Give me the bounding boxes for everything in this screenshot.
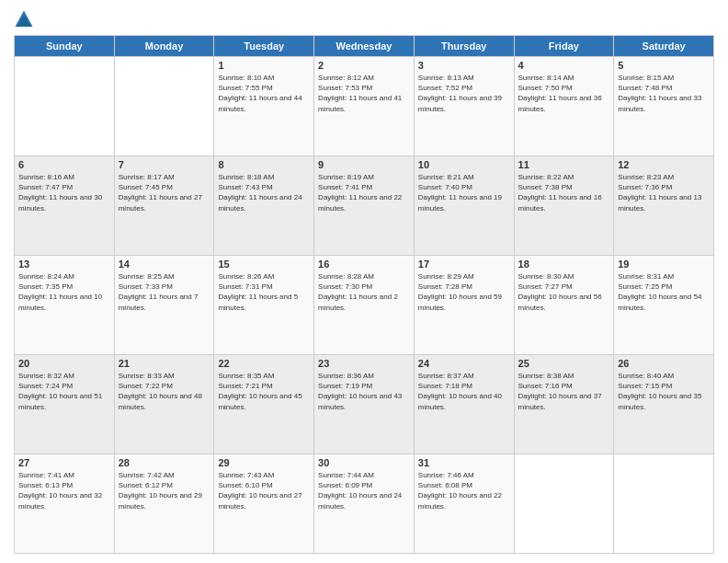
calendar-cell [114, 57, 214, 156]
day-info: Sunrise: 8:25 AM Sunset: 7:33 PM Dayligh… [119, 271, 210, 313]
calendar-cell: 16Sunrise: 8:28 AM Sunset: 7:30 PM Dayli… [314, 256, 415, 355]
calendar-cell [514, 454, 614, 554]
calendar-cell [15, 57, 115, 156]
day-number: 2 [318, 60, 410, 71]
day-info: Sunrise: 8:29 AM Sunset: 7:28 PM Dayligh… [418, 271, 510, 313]
day-info: Sunrise: 8:18 AM Sunset: 7:43 PM Dayligh… [218, 172, 310, 213]
day-info: Sunrise: 8:23 AM Sunset: 7:36 PM Dayligh… [618, 172, 710, 213]
calendar: SundayMondayTuesdayWednesdayThursdayFrid… [14, 35, 714, 554]
day-number: 14 [119, 259, 210, 270]
calendar-cell: 18Sunrise: 8:30 AM Sunset: 7:27 PM Dayli… [514, 256, 614, 355]
day-number: 29 [218, 457, 310, 468]
weekday-header-saturday: Saturday [614, 36, 714, 57]
logo [14, 9, 38, 29]
day-number: 24 [418, 358, 510, 369]
page: SundayMondayTuesdayWednesdayThursdayFrid… [0, 0, 728, 563]
day-number: 6 [18, 159, 110, 170]
calendar-cell: 2Sunrise: 8:12 AM Sunset: 7:53 PM Daylig… [314, 57, 415, 156]
day-info: Sunrise: 8:14 AM Sunset: 7:50 PM Dayligh… [518, 73, 610, 114]
logo-icon [14, 9, 34, 29]
day-info: Sunrise: 8:16 AM Sunset: 7:47 PM Dayligh… [18, 172, 110, 213]
weekday-header-wednesday: Wednesday [314, 36, 415, 57]
day-number: 5 [618, 60, 710, 71]
calendar-cell: 5Sunrise: 8:15 AM Sunset: 7:48 PM Daylig… [614, 57, 714, 156]
day-info: Sunrise: 8:24 AM Sunset: 7:35 PM Dayligh… [18, 271, 110, 313]
day-number: 16 [318, 259, 410, 270]
calendar-cell: 12Sunrise: 8:23 AM Sunset: 7:36 PM Dayli… [614, 156, 714, 256]
calendar-cell: 21Sunrise: 8:33 AM Sunset: 7:22 PM Dayli… [114, 355, 214, 454]
day-info: Sunrise: 8:15 AM Sunset: 7:48 PM Dayligh… [618, 73, 710, 114]
day-number: 4 [518, 60, 610, 71]
calendar-cell: 15Sunrise: 8:26 AM Sunset: 7:31 PM Dayli… [214, 256, 314, 355]
calendar-week-5: 27Sunrise: 7:41 AM Sunset: 6:13 PM Dayli… [15, 454, 714, 554]
day-number: 15 [218, 259, 310, 270]
calendar-cell: 27Sunrise: 7:41 AM Sunset: 6:13 PM Dayli… [15, 454, 115, 554]
day-number: 11 [518, 159, 610, 170]
day-number: 13 [18, 259, 110, 270]
day-number: 1 [218, 60, 310, 71]
calendar-cell: 9Sunrise: 8:19 AM Sunset: 7:41 PM Daylig… [314, 156, 415, 256]
day-number: 7 [119, 159, 210, 170]
day-number: 30 [318, 457, 410, 468]
calendar-cell: 4Sunrise: 8:14 AM Sunset: 7:50 PM Daylig… [514, 57, 614, 156]
day-info: Sunrise: 8:22 AM Sunset: 7:38 PM Dayligh… [518, 172, 610, 213]
day-info: Sunrise: 8:13 AM Sunset: 7:52 PM Dayligh… [418, 73, 510, 114]
weekday-header-row: SundayMondayTuesdayWednesdayThursdayFrid… [15, 36, 714, 57]
weekday-header-friday: Friday [514, 36, 614, 57]
day-info: Sunrise: 8:19 AM Sunset: 7:41 PM Dayligh… [318, 172, 410, 213]
day-info: Sunrise: 7:46 AM Sunset: 6:08 PM Dayligh… [418, 470, 510, 511]
day-number: 27 [18, 457, 110, 468]
calendar-cell: 10Sunrise: 8:21 AM Sunset: 7:40 PM Dayli… [414, 156, 514, 256]
day-info: Sunrise: 7:43 AM Sunset: 6:10 PM Dayligh… [218, 470, 310, 511]
header [14, 9, 714, 29]
day-info: Sunrise: 8:10 AM Sunset: 7:55 PM Dayligh… [218, 73, 310, 114]
day-info: Sunrise: 8:40 AM Sunset: 7:15 PM Dayligh… [618, 371, 710, 412]
day-info: Sunrise: 8:31 AM Sunset: 7:25 PM Dayligh… [618, 271, 710, 313]
weekday-header-monday: Monday [114, 36, 214, 57]
calendar-cell: 26Sunrise: 8:40 AM Sunset: 7:15 PM Dayli… [614, 355, 714, 454]
day-number: 25 [518, 358, 610, 369]
day-number: 12 [618, 159, 710, 170]
day-info: Sunrise: 8:35 AM Sunset: 7:21 PM Dayligh… [218, 371, 310, 412]
day-number: 3 [418, 60, 510, 71]
calendar-cell: 29Sunrise: 7:43 AM Sunset: 6:10 PM Dayli… [214, 454, 314, 554]
day-info: Sunrise: 7:41 AM Sunset: 6:13 PM Dayligh… [18, 470, 110, 511]
day-info: Sunrise: 8:30 AM Sunset: 7:27 PM Dayligh… [518, 271, 610, 313]
calendar-cell [614, 454, 714, 554]
calendar-week-4: 20Sunrise: 8:32 AM Sunset: 7:24 PM Dayli… [15, 355, 714, 454]
calendar-cell: 7Sunrise: 8:17 AM Sunset: 7:45 PM Daylig… [114, 156, 214, 256]
calendar-cell: 1Sunrise: 8:10 AM Sunset: 7:55 PM Daylig… [214, 57, 314, 156]
day-info: Sunrise: 8:33 AM Sunset: 7:22 PM Dayligh… [119, 371, 210, 412]
day-info: Sunrise: 7:42 AM Sunset: 6:12 PM Dayligh… [119, 470, 210, 511]
day-number: 31 [418, 457, 510, 468]
day-info: Sunrise: 8:26 AM Sunset: 7:31 PM Dayligh… [218, 271, 310, 313]
day-number: 23 [318, 358, 410, 369]
calendar-cell: 25Sunrise: 8:38 AM Sunset: 7:16 PM Dayli… [514, 355, 614, 454]
day-number: 22 [218, 358, 310, 369]
calendar-cell: 13Sunrise: 8:24 AM Sunset: 7:35 PM Dayli… [15, 256, 115, 355]
day-info: Sunrise: 8:21 AM Sunset: 7:40 PM Dayligh… [418, 172, 510, 213]
calendar-cell: 22Sunrise: 8:35 AM Sunset: 7:21 PM Dayli… [214, 355, 314, 454]
day-info: Sunrise: 8:36 AM Sunset: 7:19 PM Dayligh… [318, 371, 410, 412]
day-info: Sunrise: 8:38 AM Sunset: 7:16 PM Dayligh… [518, 371, 610, 412]
day-info: Sunrise: 8:28 AM Sunset: 7:30 PM Dayligh… [318, 271, 410, 313]
calendar-cell: 6Sunrise: 8:16 AM Sunset: 7:47 PM Daylig… [15, 156, 115, 256]
day-info: Sunrise: 8:17 AM Sunset: 7:45 PM Dayligh… [119, 172, 210, 213]
day-number: 10 [418, 159, 510, 170]
calendar-cell: 23Sunrise: 8:36 AM Sunset: 7:19 PM Dayli… [314, 355, 415, 454]
day-info: Sunrise: 8:32 AM Sunset: 7:24 PM Dayligh… [18, 371, 110, 412]
day-number: 21 [119, 358, 210, 369]
day-info: Sunrise: 8:12 AM Sunset: 7:53 PM Dayligh… [318, 73, 410, 114]
day-number: 9 [318, 159, 410, 170]
day-info: Sunrise: 8:37 AM Sunset: 7:18 PM Dayligh… [418, 371, 510, 412]
day-number: 26 [618, 358, 710, 369]
calendar-week-1: 1Sunrise: 8:10 AM Sunset: 7:55 PM Daylig… [15, 57, 714, 156]
day-number: 8 [218, 159, 310, 170]
calendar-cell: 8Sunrise: 8:18 AM Sunset: 7:43 PM Daylig… [214, 156, 314, 256]
calendar-cell: 20Sunrise: 8:32 AM Sunset: 7:24 PM Dayli… [15, 355, 115, 454]
day-number: 18 [518, 259, 610, 270]
calendar-cell: 3Sunrise: 8:13 AM Sunset: 7:52 PM Daylig… [414, 57, 514, 156]
day-number: 28 [119, 457, 210, 468]
calendar-cell: 31Sunrise: 7:46 AM Sunset: 6:08 PM Dayli… [414, 454, 514, 554]
weekday-header-sunday: Sunday [15, 36, 115, 57]
